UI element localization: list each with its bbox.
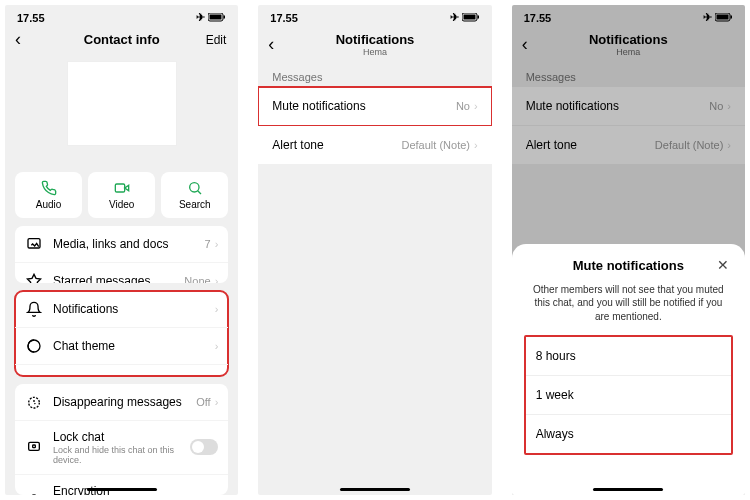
starred-label: Starred messages xyxy=(53,274,184,282)
row-starred[interactable]: Starred messages None › xyxy=(15,263,228,282)
row-theme[interactable]: Chat theme › xyxy=(15,328,228,365)
sheet-title: Mute notifications xyxy=(573,258,684,273)
chevron-icon: › xyxy=(215,396,219,408)
lock-toggle[interactable] xyxy=(190,439,218,455)
svg-rect-9 xyxy=(33,445,36,448)
lock-chat-icon xyxy=(25,438,43,456)
edit-button[interactable]: Edit xyxy=(206,33,227,47)
sheet-header: Mute notifications ✕ xyxy=(524,258,733,273)
lock-sub: Lock and hide this chat on this device. xyxy=(53,445,190,465)
screen-notifications: 17.55 ✈ ‹ Notifications Hema Messages Mu… xyxy=(258,5,491,495)
star-icon xyxy=(25,272,43,282)
back-icon[interactable]: ‹ xyxy=(268,34,274,55)
svg-point-4 xyxy=(189,183,198,192)
status-bar: 17.55 ✈ xyxy=(5,5,238,26)
timer-icon xyxy=(25,393,43,411)
close-icon[interactable]: ✕ xyxy=(717,257,729,273)
save-icon xyxy=(25,374,43,376)
disappearing-val: Off xyxy=(196,396,210,408)
home-indicator[interactable] xyxy=(87,488,157,491)
notifications-label: Notifications xyxy=(53,302,215,316)
mute-options: 8 hours 1 week Always xyxy=(524,335,733,455)
mute-label: Mute notifications xyxy=(272,99,456,113)
row-alert-tone[interactable]: Alert tone Default (Note) › xyxy=(258,126,491,165)
audio-label: Audio xyxy=(36,199,62,210)
bell-icon xyxy=(25,300,43,318)
back-icon[interactable]: ‹ xyxy=(15,29,21,50)
search-button[interactable]: Search xyxy=(161,172,228,218)
status-time: 17.55 xyxy=(17,12,45,24)
chevron-icon: › xyxy=(215,340,219,352)
svg-rect-2 xyxy=(224,16,226,19)
svg-point-7 xyxy=(29,397,40,408)
phone-icon xyxy=(41,180,57,196)
video-label: Video xyxy=(109,199,134,210)
chevron-icon: › xyxy=(215,275,219,282)
page-title: Contact info xyxy=(84,32,160,47)
audio-button[interactable]: Audio xyxy=(15,172,82,218)
alert-label: Alert tone xyxy=(272,138,401,152)
row-notifications[interactable]: Notifications › xyxy=(15,291,228,328)
lock-label: Lock chat xyxy=(53,430,190,444)
lock-icon xyxy=(25,492,43,495)
page-subtitle: Hema xyxy=(336,47,415,57)
sheet-description: Other members will not see that you mute… xyxy=(532,283,725,324)
mute-val: No xyxy=(456,100,470,112)
home-indicator[interactable] xyxy=(593,488,663,491)
battery-icon xyxy=(462,13,480,22)
status-icons: ✈ xyxy=(196,11,226,24)
search-icon xyxy=(187,180,203,196)
video-icon xyxy=(114,180,130,196)
group-privacy: Disappearing messages Off › Lock chat Lo… xyxy=(15,384,228,495)
row-disappearing[interactable]: Disappearing messages Off › xyxy=(15,384,228,421)
chevron-icon: › xyxy=(215,238,219,250)
group-notifications: Notifications › Chat theme › Save to Pho… xyxy=(15,291,228,376)
media-val: 7 xyxy=(205,238,211,250)
option-always[interactable]: Always xyxy=(526,415,731,453)
airplane-icon: ✈ xyxy=(450,11,459,24)
row-lock-chat[interactable]: Lock chat Lock and hide this chat on thi… xyxy=(15,421,228,475)
action-row: Audio Video Search xyxy=(5,172,238,218)
status-bar: 17.55 ✈ xyxy=(258,5,491,26)
svg-rect-8 xyxy=(29,443,40,451)
screen-mute-sheet: 17.55 ✈ ‹ Notifications Hema Messages Mu… xyxy=(512,5,745,495)
group-media: Media, links and docs 7 › Starred messag… xyxy=(15,226,228,282)
chevron-icon: › xyxy=(474,100,478,112)
svg-rect-3 xyxy=(115,184,124,192)
media-icon xyxy=(25,235,43,253)
row-mute[interactable]: Mute notifications No › xyxy=(258,87,491,126)
media-label: Media, links and docs xyxy=(53,237,205,251)
option-1week[interactable]: 1 week xyxy=(526,376,731,415)
chevron-icon: › xyxy=(474,139,478,151)
row-save-photos[interactable]: Save to Photos Default › xyxy=(15,365,228,376)
row-encryption[interactable]: Encryption Messages and calls are end-to… xyxy=(15,475,228,495)
section-messages: Messages xyxy=(258,63,491,87)
mute-sheet: Mute notifications ✕ Other members will … xyxy=(512,244,745,496)
svg-rect-1 xyxy=(210,15,222,20)
title-bar: ‹ Notifications Hema xyxy=(258,26,491,63)
airplane-icon: ✈ xyxy=(196,11,205,24)
contact-avatar[interactable] xyxy=(67,61,177,146)
svg-rect-12 xyxy=(463,15,475,20)
page-title: Notifications xyxy=(336,32,415,47)
alert-val: Default (Note) xyxy=(402,139,470,151)
row-media[interactable]: Media, links and docs 7 › xyxy=(15,226,228,263)
battery-icon xyxy=(208,13,226,22)
option-8hours[interactable]: 8 hours xyxy=(526,337,731,376)
status-time: 17.55 xyxy=(270,12,298,24)
home-indicator[interactable] xyxy=(340,488,410,491)
search-label: Search xyxy=(179,199,211,210)
starred-val: None xyxy=(184,275,210,282)
theme-label: Chat theme xyxy=(53,339,215,353)
disappearing-label: Disappearing messages xyxy=(53,395,196,409)
chevron-icon: › xyxy=(215,303,219,315)
status-icons: ✈ xyxy=(450,11,480,24)
screen-contact-info: 17.55 ✈ ‹ Contact info Edit Audio Video … xyxy=(5,5,238,495)
video-button[interactable]: Video xyxy=(88,172,155,218)
title-bar: ‹ Contact info Edit xyxy=(5,26,238,53)
theme-icon xyxy=(25,337,43,355)
svg-rect-13 xyxy=(477,16,479,19)
